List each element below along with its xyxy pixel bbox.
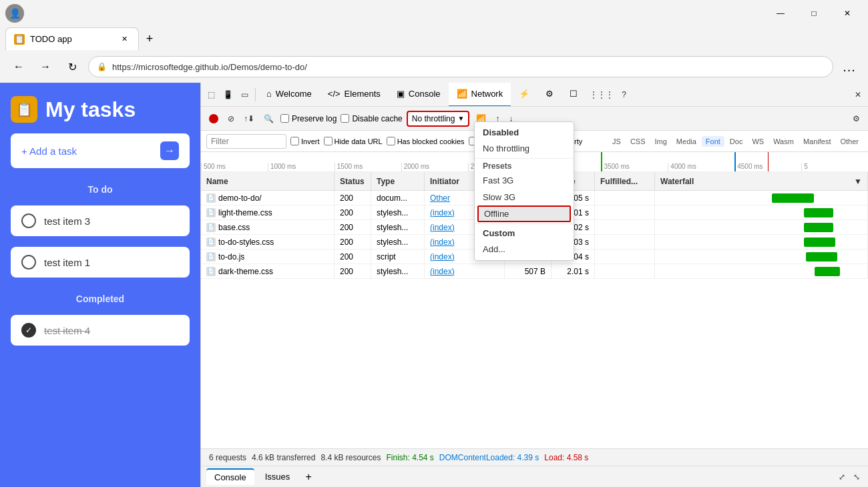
- disable-cache-checkbox[interactable]: [341, 114, 349, 123]
- td-status: 200: [335, 264, 371, 278]
- minimize-button[interactable]: —: [765, 3, 796, 24]
- record-button[interactable]: [206, 111, 221, 126]
- devtools-more-tabs-button[interactable]: ⋮⋮⋮: [586, 85, 618, 104]
- th-status: Status: [335, 172, 371, 190]
- search-network-button[interactable]: 🔍: [261, 111, 276, 126]
- bottom-tab-console[interactable]: Console: [206, 468, 254, 485]
- timeline-mark-3500: 3500 ms: [601, 163, 668, 171]
- filter-wasm-button[interactable]: Wasm: [769, 136, 798, 147]
- add-custom-option[interactable]: Add...: [475, 241, 574, 258]
- title-bar: 👤 — □ ✕: [0, 0, 868, 27]
- throttle-select[interactable]: No throttling ▼: [407, 111, 470, 127]
- fetch-button[interactable]: ↑⬇: [241, 111, 257, 126]
- tab-bar: 📋 TODO app ✕ +: [0, 27, 868, 51]
- filter-media-button[interactable]: Media: [672, 136, 700, 147]
- filter-ws-button[interactable]: WS: [748, 136, 768, 147]
- devtools-tab-application[interactable]: ☐: [562, 83, 586, 107]
- devtools-tab-elements[interactable]: </> Elements: [320, 83, 389, 107]
- devtools-help-button[interactable]: ?: [618, 85, 630, 104]
- close-button[interactable]: ✕: [832, 3, 863, 24]
- filter-input[interactable]: [206, 134, 286, 149]
- add-tab-button[interactable]: +: [300, 469, 316, 485]
- td-name: 📄 demo-to-do/: [201, 191, 335, 205]
- clear-button[interactable]: ⊘: [225, 111, 237, 126]
- user-avatar[interactable]: 👤: [5, 4, 24, 23]
- td-type: stylesh...: [371, 205, 425, 219]
- task-item[interactable]: test item 3: [11, 205, 190, 236]
- fast-3g-option[interactable]: Fast 3G: [475, 172, 574, 189]
- refresh-button[interactable]: ↻: [61, 56, 83, 77]
- add-task-button[interactable]: + Add a task →: [11, 133, 190, 168]
- devtools-tab-settings[interactable]: ⚙: [537, 83, 562, 107]
- devtools-tab-network[interactable]: 📶 Network: [449, 83, 511, 107]
- completed-task-item[interactable]: ✓ test item 4: [11, 315, 190, 346]
- filter-type-buttons: JS CSS Img Media Font Doc WS Wasm Manife…: [608, 136, 863, 147]
- waterfall-bar: [815, 267, 840, 276]
- devtools-tab-performance[interactable]: ⚡: [511, 83, 537, 107]
- address-bar: ← → ↻ 🔒 https://microsoftedge.github.io/…: [0, 51, 868, 83]
- performance-icon: ⚡: [519, 89, 529, 99]
- lock-icon: 🔒: [97, 62, 107, 71]
- td-type: stylesh...: [371, 264, 425, 278]
- offline-option[interactable]: Offline: [477, 205, 571, 222]
- td-initiator: (index): [425, 264, 505, 278]
- filter-img-button[interactable]: Img: [651, 136, 671, 147]
- td-name: 📄 light-theme.css: [201, 205, 335, 219]
- td-status: 200: [335, 205, 371, 219]
- back-button[interactable]: ←: [8, 56, 29, 77]
- browser-tab-active[interactable]: 📋 TODO app ✕: [5, 27, 139, 50]
- devtools-tab-welcome[interactable]: ⌂ Welcome: [258, 83, 320, 107]
- bottom-tab-issues[interactable]: Issues: [257, 469, 298, 484]
- url-bar[interactable]: 🔒 https://microsoftedge.github.io/Demos/…: [88, 56, 833, 77]
- devtools-tab-console[interactable]: ▣ Console: [389, 83, 449, 107]
- th-name: Name: [201, 172, 335, 190]
- devtools-inspect-button[interactable]: ⬚: [204, 85, 219, 104]
- task-checkbox[interactable]: [21, 213, 36, 228]
- console-icon: ▣: [397, 89, 405, 99]
- todo-app-title: My tasks: [45, 97, 136, 122]
- sort-desc-icon: ▼: [854, 177, 862, 186]
- table-row[interactable]: 📄 dark-theme.css 200 stylesh... (index) …: [201, 264, 868, 279]
- blocked-cookies-checkbox[interactable]: [387, 137, 395, 145]
- network-settings-button[interactable]: ⚙: [850, 111, 863, 126]
- task-checkbox-done[interactable]: ✓: [21, 323, 36, 338]
- throttle-dropdown: Disabled No throttling Presets Fast 3G S…: [474, 121, 574, 261]
- maximize-button[interactable]: □: [799, 3, 829, 24]
- fetch-icon: ↑⬇: [244, 114, 254, 123]
- waterfall-bar: [806, 252, 838, 262]
- devtools-device-button[interactable]: 📱: [219, 85, 237, 104]
- search-icon: 🔍: [264, 114, 274, 123]
- file-icon: 📄: [206, 223, 216, 232]
- filter-manifest-button[interactable]: Manifest: [799, 136, 835, 147]
- network-status-bar: 6 requests 4.6 kB transferred 8.4 kB res…: [201, 448, 868, 466]
- filter-other-button[interactable]: Other: [836, 136, 863, 147]
- dock-side-button[interactable]: ⤡: [851, 470, 863, 484]
- timeline-mark-1500: 1500 ms: [335, 163, 401, 171]
- waterfall-bar: [772, 193, 815, 203]
- no-throttling-option[interactable]: No throttling: [475, 140, 574, 157]
- invert-checkbox[interactable]: [290, 137, 299, 145]
- task-item[interactable]: test item 1: [11, 247, 190, 278]
- more-options-button[interactable]: ...: [839, 56, 860, 77]
- filter-font-button[interactable]: Font: [702, 136, 724, 147]
- filter-js-button[interactable]: JS: [608, 136, 625, 147]
- td-fulfilled: [595, 205, 655, 219]
- throttle-value: No throttling: [412, 114, 455, 123]
- forward-button[interactable]: →: [35, 56, 56, 77]
- preserve-log-checkbox[interactable]: [280, 114, 289, 123]
- slow-3g-option[interactable]: Slow 3G: [475, 189, 574, 205]
- dock-bottom-button[interactable]: ⤢: [836, 470, 848, 484]
- timeline-mark-2000: 2000 ms: [401, 163, 468, 171]
- waterfall-bar: [804, 237, 836, 247]
- hide-data-url-checkbox[interactable]: [324, 137, 333, 145]
- completed-task-text: test item 4: [44, 325, 90, 336]
- dom-content-loaded-line: [601, 152, 602, 171]
- new-tab-button[interactable]: +: [140, 29, 159, 48]
- task-checkbox[interactable]: [21, 255, 36, 270]
- devtools-dock-button[interactable]: ▭: [237, 85, 252, 104]
- tab-close-button[interactable]: ✕: [118, 33, 130, 45]
- filter-css-button[interactable]: CSS: [626, 136, 650, 147]
- td-status: 200: [335, 220, 371, 234]
- devtools-close-button[interactable]: ✕: [851, 85, 865, 104]
- filter-doc-button[interactable]: Doc: [726, 136, 747, 147]
